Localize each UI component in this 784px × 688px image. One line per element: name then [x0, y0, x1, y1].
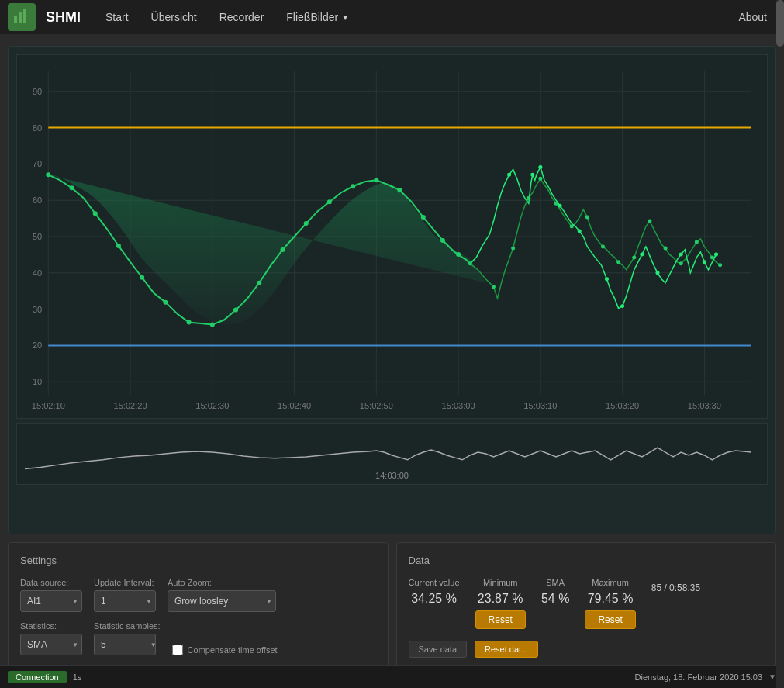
mini-chart-time-label: 14:03:00	[375, 471, 409, 480]
svg-point-75	[710, 255, 714, 259]
chevron-down-icon[interactable]: ▼	[768, 672, 776, 681]
statistics-select[interactable]: SMA	[20, 634, 82, 655]
extra-value: 85 / 0:58:35	[651, 583, 700, 593]
svg-point-74	[695, 240, 699, 244]
svg-point-46	[163, 300, 168, 305]
nav-recorder[interactable]: Recorder	[210, 6, 274, 28]
app-brand: SHMI	[46, 9, 81, 26]
svg-text:40: 40	[33, 268, 42, 278]
svg-point-73	[679, 261, 683, 265]
svg-point-45	[140, 275, 144, 280]
chart-container: 90 80 70 60 50 40 30 20 10 15:02:10 15:0…	[8, 46, 776, 534]
svg-point-68	[601, 244, 605, 248]
svg-point-51	[280, 247, 285, 252]
svg-rect-1	[19, 12, 22, 23]
svg-point-61	[492, 285, 496, 289]
compensate-checkbox[interactable]	[172, 645, 183, 655]
svg-point-70	[632, 255, 636, 259]
minimum-reset-button[interactable]: Reset	[475, 610, 526, 629]
svg-point-44	[116, 244, 121, 248]
mini-chart[interactable]: 14:03:00	[16, 423, 768, 485]
svg-point-63	[527, 196, 530, 200]
save-data-button[interactable]: Save data	[409, 641, 468, 658]
current-value-col: Current value 34.25 %	[409, 578, 460, 629]
svg-point-64	[538, 177, 542, 181]
svg-point-56	[398, 188, 402, 192]
svg-point-67	[585, 216, 589, 220]
chevron-down-icon: ▼	[341, 13, 349, 22]
svg-point-53	[327, 199, 332, 204]
svg-text:60: 60	[33, 195, 42, 205]
svg-point-76	[718, 263, 722, 267]
svg-text:80: 80	[33, 123, 42, 133]
svg-point-80	[558, 204, 562, 208]
svg-point-65	[554, 202, 558, 206]
svg-point-82	[605, 277, 609, 281]
data-source-select[interactable]: AI1	[20, 590, 82, 612]
update-interval-wrapper[interactable]: 1	[94, 590, 156, 612]
svg-point-87	[703, 260, 706, 264]
svg-text:15:03:20: 15:03:20	[606, 401, 639, 410]
svg-point-47	[187, 320, 192, 325]
main-chart[interactable]: 90 80 70 60 50 40 30 20 10 15:02:10 15:0…	[16, 54, 768, 419]
svg-point-83	[620, 304, 624, 308]
navbar: SHMI Start Übersicht Recorder FließBilde…	[0, 0, 784, 34]
nav-ubersicht[interactable]: Übersicht	[142, 6, 206, 28]
svg-point-78	[530, 173, 534, 177]
nav-fliessbilder[interactable]: FließBilder ▼	[277, 6, 358, 28]
svg-point-52	[304, 221, 309, 226]
reset-data-button[interactable]: Reset dat...	[475, 641, 538, 658]
data-columns: Current value 34.25 % Minimum 23.87 % Re…	[409, 578, 765, 629]
svg-point-60	[468, 261, 472, 265]
svg-text:15:03:00: 15:03:00	[442, 401, 475, 410]
sma-label: SMA	[546, 578, 565, 587]
nav-about[interactable]: About	[729, 6, 776, 28]
connection-status[interactable]: Connection	[8, 671, 67, 683]
maximum-reset-button[interactable]: Reset	[585, 610, 635, 629]
svg-point-41	[46, 172, 50, 177]
statistics-wrapper[interactable]: SMA	[20, 634, 82, 655]
svg-point-50	[257, 281, 261, 285]
maximum-col: Maximum 79.45 % Reset	[585, 578, 635, 629]
current-value-label: Current value	[409, 578, 460, 587]
compensate-label: Compensate time offset	[188, 645, 278, 655]
svg-point-57	[421, 215, 426, 220]
auto-zoom-select[interactable]: Grow loosley	[168, 590, 276, 612]
statistics-label: Statistics:	[20, 621, 82, 631]
maximum-label: Maximum	[592, 578, 629, 587]
status-interval: 1s	[73, 672, 82, 682]
auto-zoom-wrapper[interactable]: Grow loosley	[168, 590, 276, 612]
scrollbar-thumb[interactable]	[776, 0, 784, 47]
current-value: 34.25 %	[411, 592, 457, 606]
status-datetime: Dienstag, 18. Februar 2020 15:03	[635, 672, 763, 682]
svg-text:90: 90	[33, 87, 42, 96]
svg-point-88	[714, 252, 718, 256]
svg-point-43	[93, 211, 98, 216]
svg-point-58	[440, 238, 445, 243]
data-source-wrapper[interactable]: AI1	[20, 590, 82, 612]
svg-text:50: 50	[33, 232, 42, 241]
extra-col: 85 / 0:58:35	[651, 578, 700, 629]
svg-text:15:02:50: 15:02:50	[360, 401, 393, 410]
svg-text:70: 70	[33, 159, 42, 168]
sma-value: 54 %	[541, 592, 569, 606]
app-logo	[8, 3, 36, 31]
svg-point-62	[511, 246, 515, 250]
statistic-samples-wrapper[interactable]: 5	[94, 634, 161, 655]
minimum-label: Minimum	[483, 578, 518, 587]
sma-col: SMA 54 %	[541, 578, 569, 629]
chart-svg: 90 80 70 60 50 40 30 20 10 15:02:10 15:0…	[17, 55, 767, 418]
scrollbar[interactable]	[776, 0, 784, 688]
svg-point-72	[664, 246, 668, 250]
svg-text:15:02:20: 15:02:20	[114, 401, 147, 410]
minimum-value: 23.87 %	[478, 592, 523, 606]
update-interval-select[interactable]: 1	[94, 590, 156, 612]
svg-point-71	[648, 220, 651, 223]
svg-point-79	[538, 165, 542, 169]
svg-point-77	[507, 173, 511, 177]
update-interval-label: Update Interval:	[94, 578, 156, 587]
statistic-samples-select[interactable]: 5	[94, 634, 156, 655]
svg-text:15:02:30: 15:02:30	[195, 401, 229, 410]
svg-text:15:02:40: 15:02:40	[278, 401, 311, 410]
nav-start[interactable]: Start	[96, 6, 138, 28]
